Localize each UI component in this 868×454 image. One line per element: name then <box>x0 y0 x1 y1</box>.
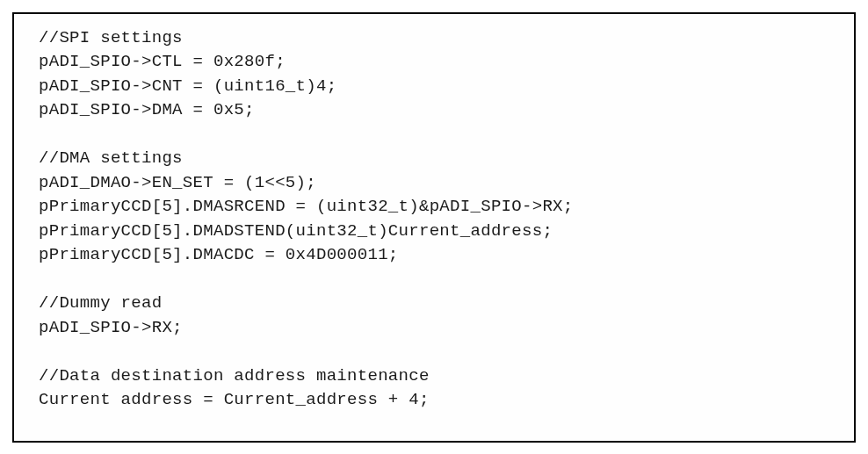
code-line: pPrimaryCCD[5].DMACDC = 0x4D000011; <box>39 243 836 268</box>
code-line: pPrimaryCCD[5].DMASRCEND = (uint32_t)&pA… <box>39 195 836 220</box>
code-line: //Data destination address maintenance <box>39 364 836 389</box>
blank-line <box>39 268 836 292</box>
code-line: Current address = Current_address + 4; <box>39 388 836 413</box>
code-line: pADI_SPIO->CTL = 0x280f; <box>39 50 836 75</box>
code-block: //SPI settings pADI_SPIO->CTL = 0x280f; … <box>12 12 856 443</box>
code-line: pPrimaryCCD[5].DMADSTEND(uint32_t)Curren… <box>39 220 836 244</box>
blank-line <box>39 123 836 148</box>
code-line: pADI_SPIO->CNT = (uint16_t)4; <box>39 75 836 99</box>
code-line: //DMA settings <box>39 147 836 171</box>
code-line: pADI_DMAO->EN_SET = (1<<5); <box>39 171 836 196</box>
code-line: //SPI settings <box>39 26 836 51</box>
code-line: //Dummy read <box>39 292 836 316</box>
code-line: pADI_SPIO->RX; <box>39 316 836 341</box>
blank-line <box>39 340 836 364</box>
code-line: pADI_SPIO->DMA = 0x5; <box>39 98 836 123</box>
